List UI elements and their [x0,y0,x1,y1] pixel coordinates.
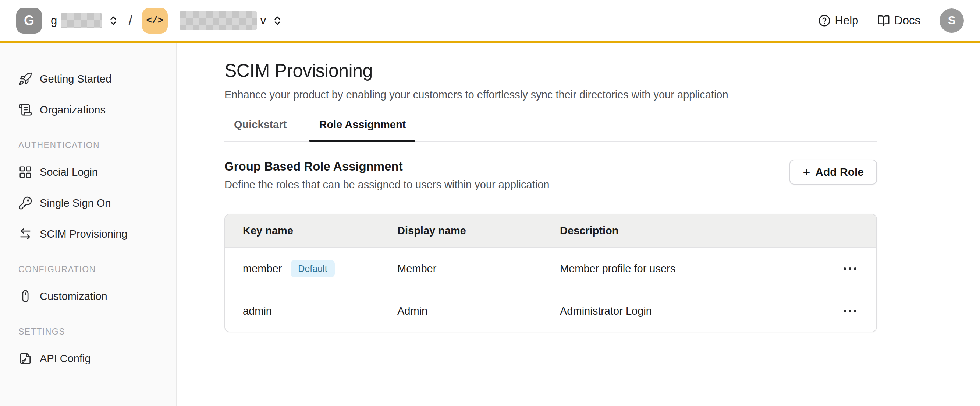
column-header-description: Description [560,225,815,237]
sidebar-item-customization[interactable]: Customization [18,287,176,305]
sidebar-section-configuration: CONFIGURATION [18,265,176,275]
add-role-label: Add Role [815,166,864,178]
roles-table: Key name Display name Description member… [224,214,877,332]
sidebar: Getting Started Organizations AUTHENTICA… [0,43,177,406]
project-switcher[interactable]: </> v [142,8,283,34]
table-row: admin Admin Administrator Login [225,289,876,332]
mouse-icon [18,289,32,303]
organization-name-redacted [61,13,102,28]
sync-arrows-icon [18,227,32,241]
organization-icon [18,103,32,117]
workspace-logo-letter: G [24,13,34,28]
tab-role-assignment[interactable]: Role Assignment [309,118,415,141]
section-description: Define the roles that can be assigned to… [224,179,549,191]
help-label: Help [835,14,859,27]
page-subtitle: Enhance your product by enabling your cu… [224,89,877,101]
code-icon: </> [142,8,168,34]
project-name-suffix: v [261,14,266,27]
breadcrumb-separator: / [128,13,132,29]
rocket-icon [18,72,32,86]
help-button[interactable]: Help [818,14,859,27]
chevrons-up-down-icon [108,15,119,26]
key-name-cell: member Default [243,260,397,277]
tab-quickstart[interactable]: Quickstart [224,118,296,141]
plus-icon: + [803,165,810,179]
docs-button[interactable]: Docs [877,14,920,27]
sidebar-item-scim-provisioning[interactable]: SCIM Provisioning [18,225,176,243]
sidebar-item-label: Single Sign On [40,197,111,209]
workspace-logo: G [16,8,42,34]
organization-switcher[interactable]: g [51,13,119,28]
sidebar-item-label: Getting Started [40,73,111,85]
sidebar-item-label: SCIM Provisioning [40,228,128,240]
role-key: member [243,263,282,275]
sidebar-item-single-sign-on[interactable]: Single Sign On [18,194,176,212]
ellipsis-icon [843,267,846,270]
section-header-text: Group Based Role Assignment Define the r… [224,160,549,191]
sidebar-item-label: Customization [40,290,107,302]
description-cell: Administrator Login [560,305,815,317]
organization-name-prefix: g [51,14,57,27]
sidebar-item-organizations[interactable]: Organizations [18,101,176,119]
topbar-right: Help Docs S [818,8,964,33]
table-header-row: Key name Display name Description [225,214,876,248]
main-content: SCIM Provisioning Enhance your product b… [177,43,980,406]
topbar: G g / </> v Help Docs S [0,0,980,43]
sidebar-item-label: Organizations [40,104,106,116]
sidebar-item-api-config[interactable]: API Config [18,349,176,368]
ellipsis-menu-button[interactable] [841,262,859,275]
docs-label: Docs [894,14,920,27]
role-key: admin [243,305,272,317]
display-name-cell: Admin [397,305,560,317]
project-name-redacted [180,11,257,30]
user-avatar[interactable]: S [940,8,964,33]
sidebar-section-settings: SETTINGS [18,327,176,337]
sidebar-item-label: Social Login [40,166,98,178]
grid-icon [18,165,32,179]
description-cell: Member profile for users [560,263,815,275]
file-key-icon [18,352,32,366]
page-title: SCIM Provisioning [224,60,877,82]
ellipsis-icon [843,310,846,312]
key-icon [18,196,32,210]
section-heading: Group Based Role Assignment [224,160,549,174]
section-header-row: Group Based Role Assignment Define the r… [224,160,877,191]
column-header-display-name: Display name [397,225,560,237]
table-row: member Default Member Member profile for… [225,248,876,289]
default-badge: Default [291,260,334,277]
sidebar-item-social-login[interactable]: Social Login [18,163,176,181]
display-name-cell: Member [397,263,560,275]
add-role-button[interactable]: + Add Role [789,160,877,185]
book-open-icon [877,14,890,27]
sidebar-item-label: API Config [40,353,91,365]
sidebar-section-authentication: AUTHENTICATION [18,141,176,150]
tab-bar: Quickstart Role Assignment [224,118,877,142]
key-name-cell: admin [243,305,397,317]
topbar-left: G g / </> v [16,8,283,34]
circle-question-icon [818,14,830,27]
avatar-letter: S [948,14,956,27]
ellipsis-menu-button[interactable] [841,305,859,318]
sidebar-item-getting-started[interactable]: Getting Started [18,70,176,88]
column-header-key-name: Key name [243,225,397,237]
chevrons-up-down-icon [272,15,283,26]
